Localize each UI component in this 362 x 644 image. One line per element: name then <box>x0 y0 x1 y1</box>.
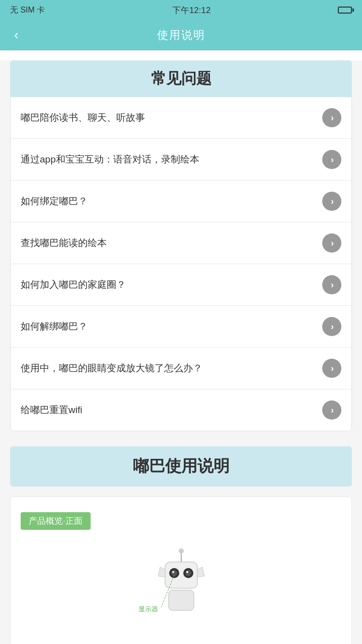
faq-text-2: 通过app和宝宝互动：语音对话，录制绘本 <box>21 152 316 167</box>
faq-item-8[interactable]: 给嘟巴重置wifi › <box>11 389 351 431</box>
faq-arrow-6: › <box>322 317 341 336</box>
faq-text-4: 查找嘟巴能读的绘本 <box>21 236 316 251</box>
faq-text-6: 如何解绑嘟巴？ <box>21 319 316 334</box>
faq-arrow-2: › <box>322 150 341 169</box>
faq-section-header: 常见问题 <box>10 60 352 97</box>
main-content: 常见问题 嘟巴陪你读书、聊天、听故事 › 通过app和宝宝互动：语音对话，录制绘… <box>0 60 362 644</box>
chevron-right-icon-1: › <box>331 113 334 123</box>
faq-arrow-4: › <box>322 233 341 253</box>
faq-text-1: 嘟巴陪你读书、聊天、听故事 <box>21 111 316 125</box>
svg-point-1 <box>179 548 184 553</box>
faq-list: 嘟巴陪你读书、聊天、听故事 › 通过app和宝宝互动：语音对话，录制绘本 › 如… <box>10 97 352 431</box>
chevron-right-icon-2: › <box>331 154 334 165</box>
faq-text-7: 使用中，嘟巴的眼睛变成放大镜了怎么办？ <box>21 361 316 376</box>
svg-point-7 <box>172 571 174 573</box>
faq-item-7[interactable]: 使用中，嘟巴的眼睛变成放大镜了怎么办？ › <box>11 348 351 389</box>
battery-icon <box>338 7 352 14</box>
chevron-right-icon-3: › <box>331 196 334 207</box>
faq-arrow-3: › <box>322 192 341 211</box>
chevron-right-icon-7: › <box>331 363 334 374</box>
faq-arrow-7: › <box>322 359 341 378</box>
chevron-right-icon-4: › <box>331 238 334 249</box>
time-text: 下午12:12 <box>172 5 211 16</box>
manual-section-header: 嘟巴使用说明 <box>10 446 352 487</box>
faq-item-3[interactable]: 如何绑定嘟巴？ › <box>11 181 351 222</box>
faq-item-6[interactable]: 如何解绑嘟巴？ › <box>11 306 351 348</box>
faq-item-4[interactable]: 查找嘟巴能读的绘本 › <box>11 222 351 264</box>
svg-point-8 <box>186 571 188 573</box>
faq-text-5: 如何加入嘟巴的家庭圈？ <box>21 278 316 292</box>
back-button[interactable]: ‹ <box>10 23 23 47</box>
faq-arrow-8: › <box>322 400 341 420</box>
chevron-right-icon-5: › <box>331 280 334 290</box>
product-area: 产品概览·正面 <box>10 497 352 644</box>
chevron-right-icon-8: › <box>331 405 334 416</box>
robot-svg: 显示器 <box>131 547 232 627</box>
faq-item-5[interactable]: 如何加入嘟巴的家庭圈？ › <box>11 264 351 306</box>
svg-point-6 <box>185 570 191 576</box>
faq-arrow-1: › <box>322 108 341 127</box>
page-title: 使用说明 <box>157 28 205 43</box>
signal-text: 无 SIM 卡 <box>10 5 45 16</box>
faq-item-2[interactable]: 通过app和宝宝互动：语音对话，录制绘本 › <box>11 139 351 181</box>
nav-bar: ‹ 使用说明 <box>0 20 362 50</box>
svg-text:显示器: 显示器 <box>138 605 158 613</box>
manual-title: 嘟巴使用说明 <box>133 457 230 475</box>
status-bar: 无 SIM 卡 下午12:12 <box>0 0 362 20</box>
battery-area <box>338 7 352 14</box>
svg-rect-9 <box>169 590 194 610</box>
faq-text-8: 给嘟巴重置wifi <box>21 403 316 418</box>
faq-text-3: 如何绑定嘟巴？ <box>21 194 316 209</box>
robot-illustration: 显示器 <box>21 542 341 637</box>
faq-arrow-5: › <box>322 275 341 294</box>
product-label: 产品概览·正面 <box>21 512 91 530</box>
faq-title: 常见问题 <box>151 70 211 87</box>
faq-item-1[interactable]: 嘟巴陪你读书、聊天、听故事 › <box>11 97 351 139</box>
chevron-right-icon-6: › <box>331 321 334 332</box>
